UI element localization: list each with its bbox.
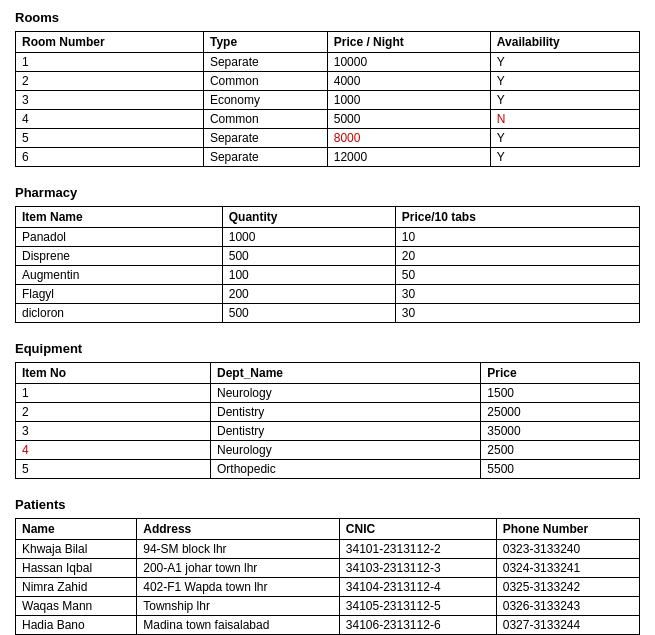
table-cell: 94-SM block lhr: [137, 540, 340, 559]
table-cell: Separate: [203, 53, 327, 72]
rooms-col-avail: Availability: [490, 32, 639, 53]
table-cell: Madina town faisalabad: [137, 616, 340, 635]
table-cell: 12000: [327, 148, 490, 167]
table-cell: 34101-2313112-2: [339, 540, 496, 559]
table-cell: 5500: [481, 460, 640, 479]
equipment-header-row: Item No Dept_Name Price: [16, 363, 640, 384]
table-row: 2Dentistry25000: [16, 403, 640, 422]
table-cell: 4: [16, 441, 211, 460]
table-cell: 34106-2313112-6: [339, 616, 496, 635]
table-row: Augmentin10050: [16, 266, 640, 285]
equipment-col-price: Price: [481, 363, 640, 384]
table-cell: 2500: [481, 441, 640, 460]
table-cell: Y: [490, 72, 639, 91]
table-cell: 20: [395, 247, 639, 266]
table-row: Flagyl20030: [16, 285, 640, 304]
table-cell: Hassan Iqbal: [16, 559, 137, 578]
rooms-col-number: Room Number: [16, 32, 204, 53]
table-cell: 0326-3133243: [496, 597, 639, 616]
table-cell: 35000: [481, 422, 640, 441]
table-row: Nimra Zahid402-F1 Wapda town lhr34104-23…: [16, 578, 640, 597]
table-cell: 2: [16, 403, 211, 422]
table-row: 4Neurology2500: [16, 441, 640, 460]
table-cell: Separate: [203, 148, 327, 167]
table-cell: 1500: [481, 384, 640, 403]
table-cell: 0327-3133244: [496, 616, 639, 635]
table-cell: Nimra Zahid: [16, 578, 137, 597]
table-cell: 0325-3133242: [496, 578, 639, 597]
rooms-col-price: Price / Night: [327, 32, 490, 53]
table-cell: 1000: [222, 228, 395, 247]
table-row: Panadol100010: [16, 228, 640, 247]
table-cell: Economy: [203, 91, 327, 110]
table-cell: 500: [222, 247, 395, 266]
table-cell: 8000: [327, 129, 490, 148]
table-cell: Dentistry: [211, 422, 481, 441]
table-row: 3Economy1000Y: [16, 91, 640, 110]
table-cell: 34104-2313112-4: [339, 578, 496, 597]
patients-col-phone: Phone Number: [496, 519, 639, 540]
table-cell: 1: [16, 384, 211, 403]
table-row: Hassan Iqbal200-A1 johar town lhr34103-2…: [16, 559, 640, 578]
table-cell: Panadol: [16, 228, 223, 247]
table-cell: 500: [222, 304, 395, 323]
table-cell: Y: [490, 53, 639, 72]
table-cell: 2: [16, 72, 204, 91]
pharmacy-table: Item Name Quantity Price/10 tabs Panadol…: [15, 206, 640, 323]
table-cell: Township lhr: [137, 597, 340, 616]
rooms-title: Rooms: [15, 10, 640, 25]
table-row: 1Separate10000Y: [16, 53, 640, 72]
table-cell: 200-A1 johar town lhr: [137, 559, 340, 578]
table-row: 4Common5000N: [16, 110, 640, 129]
equipment-col-dept: Dept_Name: [211, 363, 481, 384]
table-cell: 4: [16, 110, 204, 129]
table-cell: 34103-2313112-3: [339, 559, 496, 578]
patients-col-cnic: CNIC: [339, 519, 496, 540]
table-cell: Dentistry: [211, 403, 481, 422]
table-cell: 100: [222, 266, 395, 285]
table-cell: Waqas Mann: [16, 597, 137, 616]
pharmacy-col-item: Item Name: [16, 207, 223, 228]
table-cell: 4000: [327, 72, 490, 91]
patients-table: Name Address CNIC Phone Number Khwaja Bi…: [15, 518, 640, 635]
patients-section: Patients Name Address CNIC Phone Number …: [15, 497, 640, 635]
pharmacy-col-qty: Quantity: [222, 207, 395, 228]
table-cell: 50: [395, 266, 639, 285]
table-cell: 402-F1 Wapda town lhr: [137, 578, 340, 597]
table-row: 3Dentistry35000: [16, 422, 640, 441]
table-cell: 5: [16, 129, 204, 148]
table-row: Disprene50020: [16, 247, 640, 266]
table-cell: 5000: [327, 110, 490, 129]
table-cell: 3: [16, 422, 211, 441]
table-cell: Hadia Bano: [16, 616, 137, 635]
table-cell: Disprene: [16, 247, 223, 266]
table-cell: Y: [490, 148, 639, 167]
table-cell: Y: [490, 91, 639, 110]
table-row: Khwaja Bilal94-SM block lhr34101-2313112…: [16, 540, 640, 559]
table-cell: Neurology: [211, 384, 481, 403]
patients-col-address: Address: [137, 519, 340, 540]
table-cell: N: [490, 110, 639, 129]
table-cell: dicloron: [16, 304, 223, 323]
table-row: 2Common4000Y: [16, 72, 640, 91]
table-cell: 34105-2313112-5: [339, 597, 496, 616]
rooms-table: Room Number Type Price / Night Availabil…: [15, 31, 640, 167]
pharmacy-header-row: Item Name Quantity Price/10 tabs: [16, 207, 640, 228]
table-cell: 25000: [481, 403, 640, 422]
table-cell: Neurology: [211, 441, 481, 460]
table-cell: 0323-3133240: [496, 540, 639, 559]
table-cell: Flagyl: [16, 285, 223, 304]
equipment-col-no: Item No: [16, 363, 211, 384]
table-row: 1Neurology1500: [16, 384, 640, 403]
table-row: dicloron50030: [16, 304, 640, 323]
rooms-col-type: Type: [203, 32, 327, 53]
table-cell: 1: [16, 53, 204, 72]
patients-title: Patients: [15, 497, 640, 512]
table-cell: 10000: [327, 53, 490, 72]
table-cell: Khwaja Bilal: [16, 540, 137, 559]
table-cell: Orthopedic: [211, 460, 481, 479]
equipment-section: Equipment Item No Dept_Name Price 1Neuro…: [15, 341, 640, 479]
equipment-title: Equipment: [15, 341, 640, 356]
patients-col-name: Name: [16, 519, 137, 540]
table-cell: Common: [203, 110, 327, 129]
